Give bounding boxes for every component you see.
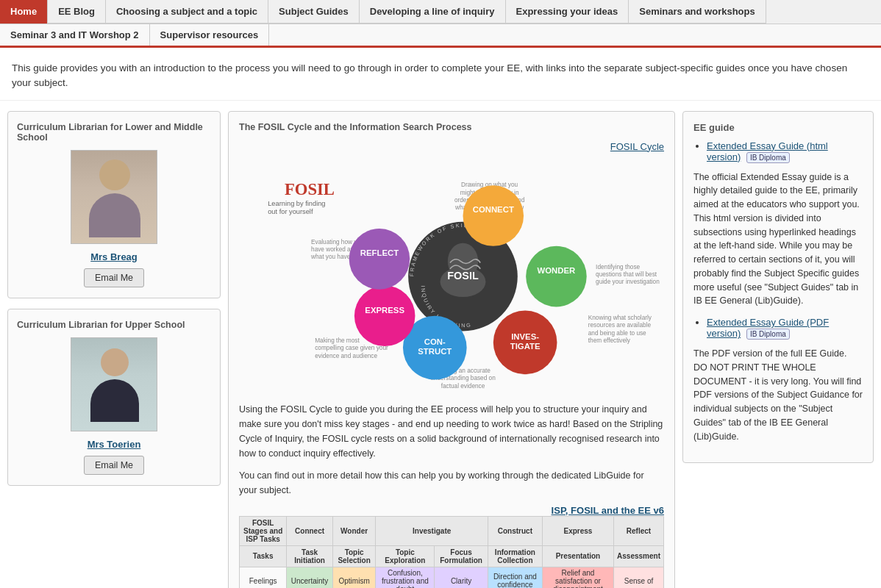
svg-text:Identifying those: Identifying those xyxy=(596,263,640,270)
nav-ee-blog[interactable]: EE Blog xyxy=(48,0,106,24)
guide-item-html: Extended Essay Guide (html version) IB D… xyxy=(707,140,863,163)
subheader-topic-exploration: Topic Exploration xyxy=(376,545,435,567)
isp-section: ISP, FOSIL and the EE v6 FOSIL Stages an… xyxy=(239,505,664,589)
person-image-breag xyxy=(71,151,157,244)
svg-text:STRUCT: STRUCT xyxy=(418,347,452,356)
svg-text:TIGATE: TIGATE xyxy=(510,342,541,351)
cell-feelings-reflect: Sense of xyxy=(614,567,664,588)
email-button-breag[interactable]: Email Me xyxy=(84,268,144,287)
subheader-focus-formulation: Focus Formulation xyxy=(435,545,488,567)
guide-item-pdf: Extended Essay Guide (PDF version) IB Di… xyxy=(707,317,863,340)
svg-text:resources are available: resources are available xyxy=(588,322,652,329)
librarian-link-toerien[interactable]: Mrs Toerien xyxy=(88,439,141,450)
col-header-connect: Connect xyxy=(287,516,332,545)
person-image-toerien xyxy=(71,338,157,431)
subheader-topic-selection: Topic Selection xyxy=(332,545,376,567)
svg-text:Making the most: Making the most xyxy=(315,337,360,343)
nav-expressing-ideas[interactable]: Expressing your ideas xyxy=(506,0,629,24)
librarian-link-breag[interactable]: Mrs Breag xyxy=(90,251,138,262)
svg-text:guide your investigation: guide your investigation xyxy=(596,279,660,285)
fosil-text1: Using the FOSIL Cycle to guide you durin… xyxy=(239,402,664,461)
svg-text:questions that will best: questions that will best xyxy=(596,271,657,278)
svg-text:REFLECT: REFLECT xyxy=(360,248,399,257)
nav-developing-inquiry[interactable]: Developing a line of inquiry xyxy=(360,0,506,24)
guide-desc-pdf: The PDF version of the full EE Guide. DO… xyxy=(693,347,863,443)
nav-supervisor[interactable]: Supervisor resources xyxy=(150,24,270,46)
svg-text:compelling case given your: compelling case given your xyxy=(315,345,388,351)
cell-feelings-express: Relief and satisfaction or disappointmen… xyxy=(542,567,613,588)
isp-link[interactable]: ISP, FOSIL and the EE v6 xyxy=(552,505,664,516)
main-content: Curriculum Librarian for Lower and Middl… xyxy=(0,101,881,589)
svg-text:and being able to use: and being able to use xyxy=(588,329,646,336)
nav-row2[interactable]: Seminar 3 and IT Worshop 2 Supervisor re… xyxy=(0,24,881,48)
svg-text:FOSIL: FOSIL xyxy=(285,179,335,198)
middle-column: The FOSIL Cycle and the Information Sear… xyxy=(228,111,675,589)
fosil-cycle-link-container: FOSIL Cycle xyxy=(239,141,664,152)
fosil-text2: You can find out in more detail how this… xyxy=(239,468,664,498)
svg-text:CON-: CON- xyxy=(424,337,446,345)
cell-feelings-connect: Uncertainty xyxy=(287,567,332,588)
ib-badge-1: IB Diploma xyxy=(746,152,790,163)
isp-table-container: FOSIL Stages and ISP Tasks Connect Wonde… xyxy=(239,516,664,589)
cell-feelings-focus: Clarity xyxy=(435,567,488,588)
cell-feelings-construct: Direction and confidence xyxy=(488,567,542,588)
nav-home[interactable]: Home xyxy=(0,0,48,24)
col-header-reflect: Reflect xyxy=(614,516,664,545)
svg-point-40 xyxy=(349,229,410,290)
svg-text:INVES-: INVES- xyxy=(511,331,539,340)
librarian-card-upper: Curriculum Librarian for Upper School Mr… xyxy=(7,309,221,486)
librarian-photo-toerien xyxy=(71,337,157,431)
col-header-stages: FOSIL Stages and ISP Tasks xyxy=(240,516,287,545)
svg-point-38 xyxy=(354,285,415,346)
left-column: Curriculum Librarian for Lower and Middl… xyxy=(7,111,221,496)
cell-feelings-explore: Confusion, frustration and doubt xyxy=(376,567,435,588)
fosil-cycle-link[interactable]: FOSIL Cycle xyxy=(610,141,664,152)
librarian-name-breag: Mrs Breag xyxy=(17,251,211,262)
svg-text:CONNECT: CONNECT xyxy=(473,205,514,214)
right-column: EE guide Extended Essay Guide (html vers… xyxy=(682,111,874,464)
ee-guide-list-pdf: Extended Essay Guide (PDF version) IB Di… xyxy=(693,317,863,340)
col-header-construct: Construct xyxy=(488,516,542,545)
svg-point-28 xyxy=(463,185,524,246)
ib-badge-2: IB Diploma xyxy=(746,329,790,340)
guide-desc-html: The official Extended Essay guide is a h… xyxy=(693,171,863,309)
svg-text:factual evidence: factual evidence xyxy=(441,382,485,389)
svg-text:evidence and audience: evidence and audience xyxy=(315,352,377,359)
svg-text:FOSIL: FOSIL xyxy=(447,270,479,282)
svg-point-30 xyxy=(526,245,587,306)
librarian-photo-breag xyxy=(71,150,157,244)
intro-text: This guide provides you with an introduc… xyxy=(0,48,881,101)
nav-seminars[interactable]: Seminars and workshops xyxy=(629,0,766,24)
svg-text:EXPRESS: EXPRESS xyxy=(365,305,404,314)
svg-text:WONDER: WONDER xyxy=(538,265,576,274)
svg-text:Knowing what scholarly: Knowing what scholarly xyxy=(588,314,652,320)
cell-feelings-wonder: Optimism xyxy=(332,567,376,588)
subheader-assessment: Assessment xyxy=(614,545,664,567)
librarian-card-lower: Curriculum Librarian for Lower and Middl… xyxy=(7,111,221,298)
nav-seminar3[interactable]: Seminar 3 and IT Worshop 2 xyxy=(0,24,150,46)
subheader-tasks: Tasks xyxy=(240,545,287,567)
email-button-toerien[interactable]: Email Me xyxy=(84,456,144,475)
col-header-investigate: Investigate xyxy=(376,516,488,545)
subheader-presentation: Presentation xyxy=(542,545,613,567)
col-header-wonder: Wonder xyxy=(332,516,376,545)
librarian-heading-upper: Curriculum Librarian for Upper School xyxy=(17,320,211,330)
ee-guide-heading: EE guide xyxy=(693,122,863,133)
fosil-diagram: FOSIL Learning by finding out for yourse… xyxy=(239,157,664,392)
librarian-heading-lower: Curriculum Librarian for Lower and Middl… xyxy=(17,122,211,143)
svg-text:Learning by finding: Learning by finding xyxy=(268,200,325,207)
svg-text:out for yourself: out for yourself xyxy=(268,208,313,215)
fosil-heading: The FOSIL Cycle and the Information Sear… xyxy=(239,122,664,132)
intro-paragraph: This guide provides you with an introduc… xyxy=(12,61,869,91)
subheader-info-collection: Information Collection xyxy=(488,545,542,567)
nav-choosing-subject[interactable]: Choosing a subject and a topic xyxy=(106,0,268,24)
nav-subject-guides[interactable]: Subject Guides xyxy=(268,0,360,24)
row-feelings-label: Feelings xyxy=(240,567,287,588)
nav-row1[interactable]: Home EE Blog Choosing a subject and a to… xyxy=(0,0,881,24)
fosil-svg: FOSIL Learning by finding out for yourse… xyxy=(239,157,664,392)
subheader-task-initiation: Task Initiation xyxy=(287,545,332,567)
ee-guide-list: Extended Essay Guide (html version) IB D… xyxy=(693,140,863,163)
isp-preview-table: FOSIL Stages and ISP Tasks Connect Wonde… xyxy=(239,516,664,589)
librarian-name-toerien: Mrs Toerien xyxy=(17,439,211,450)
svg-text:them effectively: them effectively xyxy=(588,337,631,343)
